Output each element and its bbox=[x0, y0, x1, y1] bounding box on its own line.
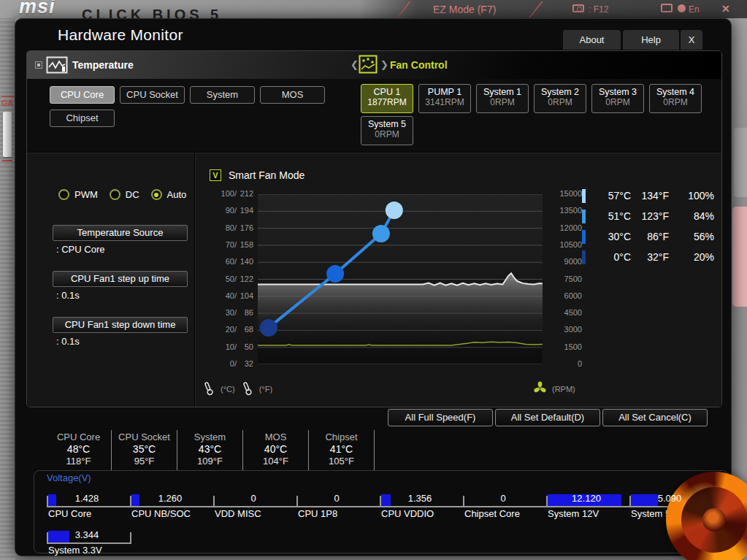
rpm-axis-label: 9000 bbox=[548, 257, 582, 266]
fan-curve-point-2[interactable] bbox=[326, 265, 344, 283]
fan-mode-dc[interactable]: DC bbox=[110, 189, 139, 200]
readout-name: Chipset bbox=[309, 431, 374, 442]
readout-celsius: 35°C bbox=[112, 443, 177, 455]
chevron-right-icon[interactable]: ❯ bbox=[380, 59, 388, 70]
all-full-speed-f-button[interactable]: All Full Speed(F) bbox=[388, 409, 493, 426]
fan-tab-rpm: 0RPM bbox=[650, 97, 701, 107]
legend-row: 0°C32°F20% bbox=[582, 247, 714, 267]
temp-axis-label: 0/32 bbox=[215, 359, 253, 368]
fan-tab-system-1[interactable]: System 10RPM bbox=[476, 84, 529, 113]
collapse-icon[interactable] bbox=[35, 61, 42, 69]
ez-mode-button[interactable]: EZ Mode (F7) bbox=[433, 4, 496, 15]
voltage-gauge-cpu-1p8: 0CPU 1P8 bbox=[296, 486, 380, 518]
cpu-fan1-step-down-time-value: : 0.1s bbox=[56, 336, 213, 347]
voltage-row-1: 1.428CPU Core1.260CPU NB/SOC0VDD MISC0CP… bbox=[47, 486, 714, 518]
smart-fan-mode: V Smart Fan Mode bbox=[210, 169, 304, 181]
voltage-name: CPU VDDIO bbox=[381, 508, 434, 519]
hardware-monitor-window: Hardware Monitor About Help X Temperatur… bbox=[15, 18, 732, 556]
rpm-axis-label: 13500 bbox=[548, 206, 582, 215]
readout-fahrenheit: 109°F bbox=[177, 456, 242, 467]
chevron-left-icon[interactable]: ❮ bbox=[350, 59, 359, 70]
temperature-history-area bbox=[258, 273, 543, 364]
fan-tab-system-4[interactable]: System 40RPM bbox=[649, 84, 702, 113]
legend-fahrenheit: 86°F bbox=[631, 231, 669, 242]
fan-tab-system-3[interactable]: System 30RPM bbox=[591, 84, 644, 113]
voltage-name: Chipset Core bbox=[464, 508, 520, 519]
rpm-axis-label: 15000 bbox=[548, 189, 582, 198]
voltage-gauge-system-12v: 12.120System 12V bbox=[546, 486, 629, 518]
fan-tab-cpu-1[interactable]: CPU 11877RPM bbox=[361, 84, 413, 113]
game-boost-marker bbox=[2, 160, 12, 161]
language-icon[interactable] bbox=[678, 4, 686, 12]
legend-celsius: 30°C bbox=[593, 231, 631, 242]
fan-tab-rpm: 3141RPM bbox=[419, 97, 470, 107]
close-button[interactable]: X bbox=[681, 30, 702, 50]
screenshot-icon[interactable] bbox=[572, 4, 584, 12]
bios-close-icon[interactable]: ✕ bbox=[721, 3, 730, 15]
voltage-name: System 3.3V bbox=[48, 545, 102, 556]
fan-curve-point-3[interactable] bbox=[372, 225, 390, 242]
rpm-axis-label: 6000 bbox=[548, 291, 582, 300]
fan-curve-chart[interactable] bbox=[258, 194, 543, 364]
voltage-value: 12.120 bbox=[546, 493, 627, 504]
voltage-value: 0 bbox=[463, 493, 543, 504]
fahrenheit-unit-label: (°F) bbox=[259, 385, 272, 394]
decor-slash-icon bbox=[397, 1, 410, 18]
legend-celsius: 51°C bbox=[593, 210, 631, 222]
legend-color-bar bbox=[582, 210, 586, 223]
monitor-icon[interactable] bbox=[661, 4, 673, 12]
cpu-fan1-step-down-time-button[interactable]: CPU Fan1 step down time bbox=[53, 317, 188, 333]
fan-curve-point-1[interactable] bbox=[260, 319, 277, 337]
voltage-value: 0 bbox=[296, 493, 377, 504]
about-button[interactable]: About bbox=[563, 30, 621, 50]
page-title: Hardware Monitor bbox=[58, 26, 183, 44]
readout-celsius: 48°C bbox=[46, 443, 111, 455]
fan-tab-name: System 5 bbox=[361, 119, 413, 129]
voltage-value: 0 bbox=[213, 493, 294, 504]
readout-system: System43°C109°F bbox=[177, 430, 243, 471]
help-button[interactable]: Help bbox=[623, 30, 679, 50]
fan-tab-pump-1[interactable]: PUMP 13141RPM bbox=[418, 84, 471, 113]
legend-duty-pct: 100% bbox=[669, 190, 714, 202]
temp-tab-cpu-socket[interactable]: CPU Socket bbox=[120, 86, 185, 104]
fan-mode-auto[interactable]: Auto bbox=[151, 189, 187, 200]
voltage-value: 1.428 bbox=[47, 493, 127, 504]
legend-duty-pct: 84% bbox=[669, 210, 714, 222]
legend-celsius: 57°C bbox=[593, 190, 631, 202]
temperature-source-button[interactable]: Temperature Source bbox=[53, 225, 188, 241]
temp-axis-label: 70/158 bbox=[215, 240, 253, 249]
legend-duty-pct: 20% bbox=[669, 251, 714, 263]
fan-curve-point-4[interactable] bbox=[386, 202, 403, 219]
smart-fan-checkbox[interactable]: V bbox=[210, 169, 221, 181]
radio-icon bbox=[110, 189, 120, 200]
temperature-readouts: CPU Core48°C118°FCPU Socket35°C95°FSyste… bbox=[46, 430, 375, 471]
fan-tab-system-5[interactable]: System 50RPM bbox=[361, 116, 413, 145]
voltage-name: System 12V bbox=[548, 508, 599, 519]
fan-tab-system-2[interactable]: System 20RPM bbox=[534, 84, 586, 113]
temp-tab-chipset[interactable]: Chipset bbox=[50, 110, 115, 127]
voltage-title: Voltage(V) bbox=[47, 472, 91, 483]
game-boost-knob bbox=[3, 112, 12, 157]
fan-tab-name: System 2 bbox=[535, 87, 586, 97]
setting-cpu-fan1-step-down-time: CPU Fan1 step down time: 0.1s bbox=[53, 317, 213, 347]
readout-celsius: 43°C bbox=[177, 443, 242, 455]
gauge-baseline bbox=[463, 506, 546, 507]
temp-tab-mos[interactable]: MOS bbox=[260, 86, 325, 104]
temp-axis-label: 90/194 bbox=[215, 206, 253, 215]
gauge-baseline bbox=[380, 506, 463, 507]
fan-action-buttons: All Full Speed(F)All Set Default(D)All S… bbox=[388, 409, 708, 426]
fan-mode-pwm[interactable]: PWM bbox=[58, 189, 98, 200]
cpu-fan1-step-up-time-button[interactable]: CPU Fan1 step up time bbox=[53, 271, 188, 287]
fan-tab-name: PUMP 1 bbox=[419, 87, 470, 97]
fan-tab-rpm: 0RPM bbox=[535, 97, 586, 107]
gauge-baseline bbox=[546, 506, 629, 507]
all-set-cancel-c-button[interactable]: All Set Cancel(C) bbox=[602, 409, 708, 426]
temp-tab-system[interactable]: System bbox=[190, 86, 255, 104]
fan-mode-label: DC bbox=[126, 189, 139, 200]
readout-cpu-core: CPU Core48°C118°F bbox=[46, 430, 112, 471]
all-set-default-d-button[interactable]: All Set Default(D) bbox=[495, 409, 600, 426]
temperature-tabs: CPU CoreCPU SocketSystemMOSChipset bbox=[50, 86, 342, 127]
rpm-axis-label: 4500 bbox=[548, 308, 582, 317]
temp-tab-cpu-core[interactable]: CPU Core bbox=[50, 86, 115, 104]
bios-left-edge: GA bbox=[0, 18, 15, 560]
